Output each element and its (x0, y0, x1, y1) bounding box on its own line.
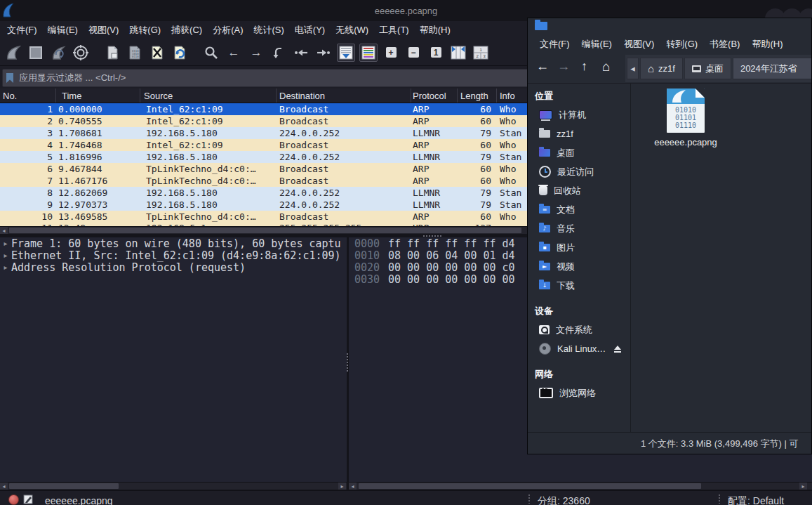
bookmark-icon[interactable] (6, 72, 14, 84)
detail-row[interactable]: ▸ Frame 1: 60 bytes on wire (480 bits), … (0, 237, 347, 249)
sidebar-item-filesystem[interactable]: 文件系统 (528, 320, 630, 339)
menu-item[interactable]: 捕获(C) (171, 24, 202, 37)
statusbar-separator (719, 494, 720, 504)
trash-icon (539, 186, 547, 195)
menu-item[interactable]: 编辑(E) (48, 24, 78, 37)
scroll-left-icon[interactable]: ◂ (0, 483, 8, 490)
forward-icon[interactable]: → (557, 60, 570, 72)
open-file-icon[interactable] (103, 44, 121, 62)
home-icon[interactable]: ⌂ (602, 60, 610, 73)
statusbar-text: 1 个文件: 3.3 MiB (3,499,496 字节) | 可 (641, 438, 798, 450)
detail-row[interactable]: ▸ Ethernet II, Src: Intel_62:c1:09 (d4:e… (0, 249, 347, 261)
column-header-source[interactable]: Source (140, 88, 277, 103)
bytes-hscrollbar[interactable]: ◂ ▸ (349, 482, 812, 490)
sidebar-item-recent[interactable]: 最近访问 (528, 162, 630, 181)
find-packet-icon[interactable] (202, 44, 220, 62)
column-header-protocol[interactable]: Protocol (411, 88, 458, 103)
column-header-time[interactable]: Time (56, 88, 140, 103)
path-segment-desktop[interactable]: 桌面 (684, 58, 731, 79)
sidebar-item-trash[interactable]: 回收站 (528, 181, 630, 200)
column-header-destination[interactable]: Destination (277, 88, 411, 103)
music-folder-icon: ♪ (539, 225, 550, 232)
expander-icon[interactable]: ▸ (0, 263, 11, 271)
scroll-left-icon[interactable]: ◂ (0, 227, 8, 234)
network-header: 网络 (528, 358, 630, 383)
menu-item[interactable]: 视图(V) (88, 24, 119, 37)
detail-row[interactable]: ▸ Address Resolution Protocol (request) (0, 261, 347, 273)
layout-chooser-icon[interactable]: 123 (472, 44, 490, 62)
svg-text:0110: 0110 (132, 55, 139, 58)
go-back-icon[interactable]: ← (225, 44, 243, 62)
network-icon (539, 388, 553, 398)
scroll-right-icon[interactable]: ▸ (338, 483, 346, 490)
colorize-icon[interactable] (359, 44, 378, 62)
sidebar-item-browse-network[interactable]: 浏览网络 (528, 383, 630, 402)
go-to-packet-icon[interactable] (269, 44, 288, 62)
reload-file-icon[interactable] (171, 44, 189, 62)
menu-item[interactable]: 无线(W) (335, 24, 368, 37)
go-forward-icon[interactable]: → (247, 44, 265, 62)
menu-item[interactable]: 分析(A) (213, 24, 243, 37)
sidebar-item-documents[interactable]: ≡文档 (528, 200, 630, 219)
back-icon[interactable]: ← (536, 60, 549, 72)
auto-scroll-icon[interactable] (337, 44, 355, 62)
packet-details-pane: ▸ Frame 1: 60 bytes on wire (480 bits), … (0, 237, 347, 482)
sidebar-item-home[interactable]: zz1f (528, 124, 630, 143)
details-hscrollbar[interactable]: ◂ ▸ (0, 482, 347, 490)
sidebar-item-videos[interactable]: ►视频 (528, 257, 630, 276)
close-file-icon[interactable] (148, 44, 166, 62)
sidebar-item-computer[interactable]: 计算机 (528, 105, 630, 124)
file-item-pcapng[interactable]: 01010 01101 01110 eeeeee.pcapng (639, 88, 732, 147)
statusbar-profile[interactable]: 配置: Default (728, 495, 784, 505)
menu-item[interactable]: 工具(T) (379, 24, 409, 37)
resize-columns-icon[interactable] (449, 44, 467, 62)
menu-item[interactable]: 帮助(H) (420, 24, 451, 37)
go-first-packet-icon[interactable] (292, 44, 310, 62)
menu-item[interactable]: 文件(F) (540, 38, 570, 51)
menu-item[interactable]: 统计(S) (253, 24, 284, 37)
eject-icon[interactable] (613, 346, 622, 353)
save-file-icon[interactable]: 011010100110 (126, 44, 144, 62)
path-bar: ◂ ⌂ zz1f 桌面 2024年江苏省 (625, 55, 811, 82)
column-header-length[interactable]: Length (458, 88, 497, 103)
menu-item[interactable]: 电话(Y) (295, 24, 325, 37)
sidebar-item-music[interactable]: ♪音乐 (528, 219, 630, 238)
expert-info-icon[interactable] (8, 494, 19, 505)
menu-item[interactable]: 转到(G) (666, 38, 698, 51)
column-header-no[interactable]: No. (0, 88, 56, 103)
zoom-out-icon[interactable]: − (404, 44, 422, 62)
go-last-packet-icon[interactable] (314, 44, 333, 62)
disc-icon (539, 343, 551, 355)
scroll-right-icon[interactable]: ▸ (799, 483, 807, 490)
sidebar-item-downloads[interactable]: ↓下载 (528, 276, 630, 295)
restart-capture-icon[interactable] (49, 44, 67, 62)
path-segment-home[interactable]: ⌂ zz1f (640, 58, 683, 79)
computer-icon (539, 110, 552, 119)
zoom-in-icon[interactable]: + (382, 44, 400, 62)
start-capture-icon[interactable] (4, 44, 22, 62)
path-scroll-left-icon[interactable]: ◂ (627, 58, 639, 79)
menu-item[interactable]: 编辑(E) (582, 38, 612, 51)
expander-icon[interactable]: ▸ (0, 251, 11, 259)
file-manager-titlebar[interactable] (528, 18, 811, 34)
stop-capture-icon[interactable] (27, 44, 45, 62)
capture-comment-icon[interactable] (23, 494, 33, 505)
path-segment-current[interactable]: 2024年江苏省 (733, 58, 811, 79)
file-manager-content: 位置 计算机 zz1f 桌面 最近访问 回收站 ≡文档 ♪音乐 ▪图片 ►视频 … (528, 83, 811, 433)
menu-item[interactable]: 视图(V) (624, 38, 654, 51)
up-icon[interactable]: ↑ (581, 60, 587, 72)
menu-item[interactable]: 帮助(H) (752, 38, 783, 51)
file-manager-statusbar: 1 个文件: 3.3 MiB (3,499,496 字节) | 可 (528, 432, 811, 454)
zoom-reset-icon[interactable]: 1 (427, 44, 445, 62)
sidebar-item-pictures[interactable]: ▪图片 (528, 238, 630, 257)
menu-item[interactable]: 书签(B) (710, 38, 740, 51)
menu-item[interactable]: 跳转(G) (129, 24, 161, 37)
menu-item[interactable]: 文件(F) (7, 24, 37, 37)
desktop: eeeeee.pcapng 文件(F)编辑(E)视图(V)跳转(G)捕获(C)分… (0, 0, 812, 505)
sidebar-item-kali-disc[interactable]: Kali Linux… (528, 339, 630, 358)
downloads-folder-icon: ↓ (539, 282, 550, 289)
capture-options-icon[interactable] (72, 44, 90, 62)
sidebar-item-desktop[interactable]: 桌面 (528, 143, 630, 162)
scroll-left-icon[interactable]: ◂ (349, 483, 357, 490)
expander-icon[interactable]: ▸ (0, 240, 11, 247)
